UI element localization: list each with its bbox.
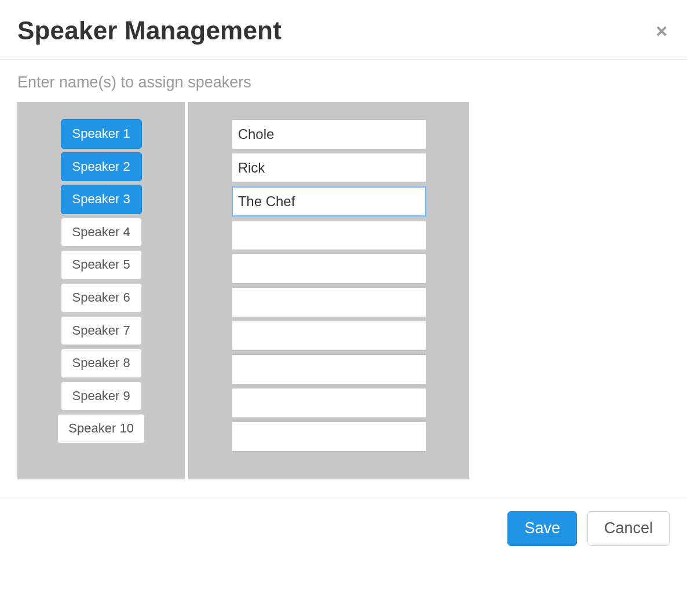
- cancel-button[interactable]: Cancel: [587, 511, 670, 546]
- speaker-name-input-3[interactable]: [232, 186, 426, 217]
- speaker-name-input-4[interactable]: [232, 220, 426, 250]
- speaker-button-5[interactable]: Speaker 5: [61, 250, 142, 280]
- speaker-label-panel: Speaker 1Speaker 2Speaker 3Speaker 4Spea…: [17, 102, 185, 479]
- speaker-button-3[interactable]: Speaker 3: [61, 185, 142, 214]
- speaker-button-6[interactable]: Speaker 6: [61, 283, 142, 313]
- speaker-management-modal: Speaker Management × Enter name(s) to as…: [0, 0, 687, 563]
- instruction-text: Enter name(s) to assign speakers: [17, 74, 670, 91]
- modal-title: Speaker Management: [17, 16, 282, 45]
- speaker-button-9[interactable]: Speaker 9: [61, 382, 142, 411]
- speaker-name-input-6[interactable]: [232, 287, 426, 317]
- speaker-name-input-8[interactable]: [232, 354, 426, 384]
- modal-body: Enter name(s) to assign speakers Speaker…: [0, 60, 687, 497]
- speaker-button-10[interactable]: Speaker 10: [57, 414, 145, 443]
- speaker-button-8[interactable]: Speaker 8: [61, 349, 142, 378]
- speaker-name-input-7[interactable]: [232, 321, 426, 351]
- speaker-button-1[interactable]: Speaker 1: [61, 119, 142, 149]
- speaker-name-panel: [188, 102, 469, 479]
- speaker-name-input-1[interactable]: [232, 119, 426, 149]
- speaker-button-4[interactable]: Speaker 4: [61, 218, 142, 247]
- modal-footer: Save Cancel: [0, 497, 687, 563]
- save-button[interactable]: Save: [507, 511, 577, 546]
- panels: Speaker 1Speaker 2Speaker 3Speaker 4Spea…: [17, 102, 469, 479]
- speaker-name-input-10[interactable]: [232, 421, 426, 452]
- speaker-name-input-5[interactable]: [232, 254, 426, 284]
- modal-header: Speaker Management ×: [0, 0, 687, 60]
- speaker-name-input-2[interactable]: [232, 153, 426, 183]
- close-icon[interactable]: ×: [653, 21, 670, 41]
- speaker-name-input-9[interactable]: [232, 388, 426, 418]
- speaker-button-7[interactable]: Speaker 7: [61, 316, 142, 346]
- speaker-button-2[interactable]: Speaker 2: [61, 152, 142, 182]
